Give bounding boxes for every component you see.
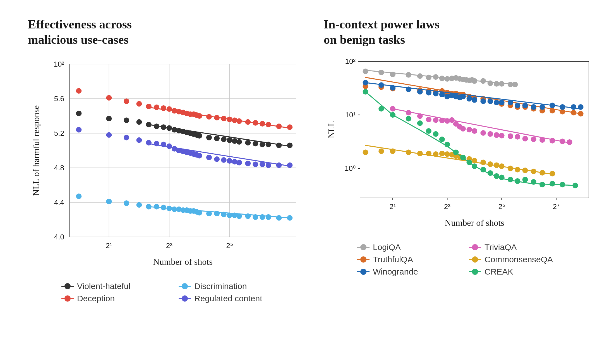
legend-label: TruthfulQA	[373, 255, 413, 264]
svg-point-154	[363, 69, 368, 74]
svg-text:5.2: 5.2	[54, 129, 64, 137]
right-chart-container: 10⁰10¹10²2¹2³2⁵2⁷Number of shotsNLL	[324, 56, 597, 234]
svg-point-105	[287, 162, 292, 168]
svg-point-97	[227, 158, 232, 164]
svg-point-302	[494, 173, 499, 179]
svg-point-70	[236, 139, 242, 145]
svg-point-71	[245, 140, 251, 145]
legend-label: Violent-hateful	[77, 282, 130, 291]
svg-point-226	[508, 100, 513, 105]
svg-text:NLL of harmful response: NLL of harmful response	[31, 105, 41, 196]
svg-point-233	[571, 104, 576, 110]
svg-point-234	[578, 104, 584, 110]
svg-point-213	[433, 91, 438, 96]
svg-point-239	[426, 117, 431, 122]
page: Effectiveness across malicious use-cases…	[0, 0, 614, 364]
svg-text:NLL: NLL	[326, 121, 336, 138]
legend-item: Regulated content	[179, 294, 279, 303]
legend-label: LogiQA	[373, 242, 401, 252]
svg-point-260	[567, 139, 572, 145]
svg-point-161	[439, 76, 445, 81]
svg-text:2¹: 2¹	[106, 241, 112, 250]
svg-text:2³: 2³	[166, 241, 172, 250]
svg-point-52	[136, 119, 142, 125]
svg-point-100	[245, 161, 251, 166]
svg-text:2³: 2³	[444, 202, 450, 211]
svg-point-104	[276, 162, 282, 168]
svg-point-300	[480, 167, 486, 173]
svg-point-268	[433, 151, 438, 157]
svg-point-259	[560, 139, 565, 144]
svg-point-155	[378, 70, 384, 75]
svg-point-229	[531, 104, 536, 110]
svg-point-95	[214, 156, 220, 162]
svg-point-157	[406, 72, 411, 77]
svg-point-223	[488, 98, 493, 104]
svg-point-236	[390, 106, 395, 111]
legend-item: TruthfulQA	[357, 255, 452, 264]
svg-point-258	[550, 138, 555, 144]
svg-point-172	[488, 81, 493, 86]
legend-item: Deception	[61, 294, 162, 303]
svg-point-107	[76, 193, 81, 199]
svg-point-253	[508, 134, 513, 139]
svg-line-48	[149, 107, 290, 128]
svg-text:4.4: 4.4	[54, 198, 64, 207]
svg-point-242	[444, 118, 450, 124]
svg-point-276	[472, 158, 477, 163]
svg-text:Number of shots: Number of shots	[153, 257, 212, 267]
svg-point-79	[106, 132, 112, 138]
legend-label: Winogrande	[373, 267, 418, 276]
svg-point-228	[522, 103, 528, 108]
legend-label: CommonsenseQA	[485, 255, 553, 264]
svg-text:4.0: 4.0	[54, 233, 64, 241]
legend-item: TriviaQA	[469, 242, 564, 252]
svg-point-241	[439, 118, 445, 123]
svg-point-75	[276, 142, 282, 148]
svg-point-170	[472, 78, 477, 84]
svg-point-248	[472, 128, 477, 134]
svg-point-303	[499, 174, 505, 180]
legend-item: Violent-hateful	[61, 282, 162, 291]
left-legend: Violent-hatefulDiscriminationDeceptionRe…	[28, 282, 301, 303]
svg-point-78	[76, 127, 81, 133]
svg-point-81	[136, 137, 142, 143]
svg-point-284	[531, 169, 536, 174]
svg-point-265	[406, 149, 411, 155]
svg-point-68	[227, 137, 232, 143]
svg-point-80	[124, 135, 129, 140]
svg-point-250	[488, 131, 493, 137]
svg-point-108	[106, 199, 112, 204]
svg-point-67	[221, 137, 227, 142]
svg-point-215	[444, 94, 450, 99]
svg-text:2¹: 2¹	[390, 202, 396, 211]
right-chart-title: In-context power laws on benign tasks	[324, 17, 597, 47]
svg-text:10²: 10²	[345, 57, 356, 65]
left-chart-title: Effectiveness across malicious use-cases	[28, 17, 301, 47]
svg-point-279	[494, 162, 499, 168]
svg-point-208	[378, 82, 384, 88]
left-chart-svg: 4.04.44.85.25.610²2¹2³2⁵Number of shotsN…	[28, 56, 301, 273]
svg-point-66	[214, 136, 220, 141]
svg-point-24	[146, 104, 152, 109]
svg-point-297	[460, 155, 466, 160]
svg-point-227	[515, 103, 520, 108]
svg-point-254	[515, 134, 520, 140]
svg-point-204	[571, 110, 576, 115]
svg-point-225	[499, 100, 505, 105]
legend-item: CommonsenseQA	[469, 255, 564, 264]
svg-point-290	[406, 116, 411, 122]
svg-text:2⁵: 2⁵	[498, 202, 505, 211]
svg-point-156	[390, 72, 395, 77]
svg-point-221	[472, 97, 477, 103]
svg-point-294	[439, 137, 445, 142]
svg-point-285	[539, 170, 545, 176]
svg-point-287	[363, 89, 368, 94]
svg-point-288	[378, 106, 384, 111]
svg-point-262	[363, 149, 368, 155]
svg-point-267	[426, 151, 431, 156]
svg-point-269	[439, 151, 445, 156]
svg-point-289	[390, 112, 395, 118]
svg-point-230	[539, 104, 545, 110]
svg-point-309	[550, 181, 555, 186]
